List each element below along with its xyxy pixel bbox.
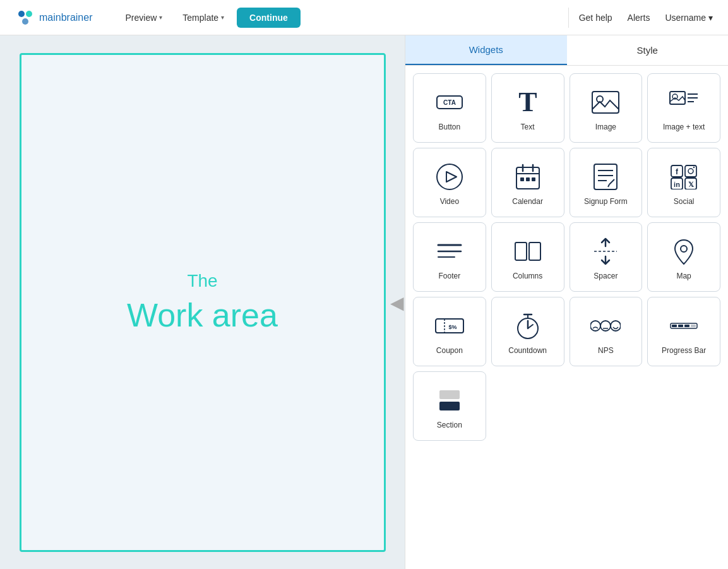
widget-button-label: Button (439, 123, 461, 131)
footer-icon (436, 236, 463, 267)
widget-button[interactable]: CTA Button (413, 73, 486, 143)
svg-rect-64 (439, 402, 460, 410)
nav-items: Preview ▾ Template ▾ Continue (118, 8, 558, 28)
logo-text: mainbrainer (39, 12, 93, 23)
image-icon (591, 87, 620, 117)
svg-line-26 (609, 179, 614, 184)
username-button[interactable]: Username ▾ (665, 13, 713, 23)
svg-rect-6 (592, 92, 619, 113)
widget-columns-label: Columns (513, 272, 542, 280)
tab-widgets[interactable]: Widgets (405, 35, 567, 65)
video-icon (436, 162, 463, 192)
svg-rect-60 (678, 325, 683, 327)
svg-rect-63 (439, 390, 460, 399)
svg-rect-20 (526, 177, 530, 181)
svg-rect-19 (520, 177, 524, 181)
widget-signup-form-label: Signup Form (584, 197, 628, 206)
countdown-icon (515, 311, 540, 341)
svg-rect-22 (594, 164, 617, 189)
svg-rect-61 (684, 325, 689, 327)
svg-point-55 (600, 321, 611, 331)
work-area-subtitle: The (187, 271, 217, 291)
widget-nps[interactable]: NPS (570, 297, 643, 366)
widget-signup-form[interactable]: Signup Form (570, 148, 643, 217)
widget-coupon[interactable]: $% Coupon (413, 297, 486, 366)
coupon-icon: $% (434, 311, 465, 341)
svg-rect-21 (532, 177, 535, 181)
button-icon: CTA (436, 87, 463, 117)
work-area-container: The Work area ◀ (0, 35, 405, 569)
spacer-icon (592, 236, 619, 267)
widgets-grid: CTA Button T Text (405, 66, 728, 448)
widget-spacer-label: Spacer (594, 272, 618, 280)
widget-social-label: Social (674, 197, 695, 206)
svg-rect-41 (529, 243, 540, 260)
widget-countdown[interactable]: Countdown (491, 297, 564, 366)
svg-point-32 (693, 167, 695, 168)
svg-rect-40 (515, 243, 527, 260)
get-help-button[interactable]: Get help (579, 13, 612, 23)
widget-video-label: Video (440, 197, 459, 206)
logo: mainbrainer (15, 8, 93, 28)
svg-line-27 (608, 184, 609, 187)
widget-image-text-label: Image + text (663, 123, 705, 131)
widget-social[interactable]: f in 𝕏 Social (647, 148, 720, 217)
svg-rect-62 (691, 325, 696, 327)
svg-point-1 (26, 11, 32, 17)
arrow-indicator: ◀ (390, 292, 404, 313)
widget-map-label: Map (676, 272, 691, 280)
widget-text-label: Text (521, 123, 535, 131)
svg-text:in: in (674, 181, 680, 188)
widget-map[interactable]: Map (647, 222, 720, 292)
svg-text:𝕏: 𝕏 (688, 181, 694, 188)
continue-button[interactable]: Continue (237, 8, 301, 28)
image-text-icon (669, 87, 699, 117)
svg-text:$%: $% (448, 324, 456, 330)
svg-text:CTA: CTA (443, 99, 456, 106)
logo-icon (15, 8, 35, 28)
preview-button[interactable]: Preview ▾ (118, 9, 170, 27)
template-chevron: ▾ (221, 14, 224, 21)
svg-rect-59 (672, 325, 677, 327)
widget-calendar-label: Calendar (512, 197, 543, 206)
work-area-box: The Work area ◀ (20, 53, 386, 552)
widget-nps-label: NPS (598, 346, 614, 355)
svg-point-45 (681, 246, 687, 252)
nps-icon (590, 311, 621, 341)
widget-columns[interactable]: Columns (491, 222, 564, 292)
preview-chevron: ▾ (159, 14, 162, 21)
map-icon (670, 236, 698, 267)
widget-image-label: Image (595, 123, 616, 131)
main-content: The Work area ◀ Widgets Style CTA Button (0, 35, 728, 569)
widget-text[interactable]: T Text (491, 73, 564, 143)
svg-point-57 (611, 321, 621, 331)
svg-point-13 (437, 164, 462, 189)
alerts-button[interactable]: Alerts (628, 13, 650, 23)
widget-coupon-label: Coupon (436, 346, 463, 355)
widget-section[interactable]: Section (413, 371, 486, 441)
text-icon: T (516, 87, 539, 117)
progress-bar-icon (669, 311, 698, 341)
username-chevron: ▾ (708, 13, 713, 23)
svg-point-2 (22, 18, 28, 25)
widget-footer[interactable]: Footer (413, 222, 486, 292)
panel-tabs: Widgets Style (405, 35, 728, 66)
widget-progress-bar[interactable]: Progress Bar (647, 297, 720, 366)
work-area-title: Work area (127, 296, 278, 334)
header-right: Get help Alerts Username ▾ (579, 13, 713, 23)
widget-spacer[interactable]: Spacer (570, 222, 643, 292)
widget-video[interactable]: Video (413, 148, 486, 217)
widget-image-text[interactable]: Image + text (647, 73, 720, 143)
section-icon (437, 385, 462, 416)
calendar-icon (515, 162, 540, 192)
widget-countdown-label: Countdown (508, 346, 547, 355)
template-button[interactable]: Template ▾ (175, 9, 232, 27)
widget-image[interactable]: Image (570, 73, 643, 143)
widget-section-label: Section (437, 421, 462, 429)
widget-footer-label: Footer (439, 272, 461, 280)
tab-style[interactable]: Style (567, 35, 729, 65)
svg-marker-14 (446, 172, 456, 182)
svg-point-54 (590, 321, 600, 331)
svg-rect-30 (685, 165, 696, 177)
widget-calendar[interactable]: Calendar (491, 148, 564, 217)
